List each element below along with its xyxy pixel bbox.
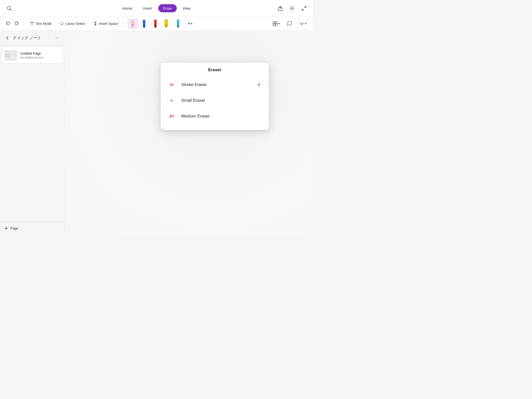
add-page-label: Page xyxy=(10,226,18,230)
medium-eraser-icon xyxy=(168,112,177,121)
share-button[interactable] xyxy=(276,4,284,12)
sidebar-title: クイック ノート xyxy=(13,35,41,41)
settings-button[interactable] xyxy=(288,4,296,12)
small-eraser-icon xyxy=(168,96,177,105)
svg-rect-31 xyxy=(275,21,277,23)
svg-line-1 xyxy=(10,9,12,11)
insert-space-label: Insert Space xyxy=(99,22,118,26)
undo-redo-group xyxy=(4,20,21,28)
tab-draw[interactable]: Draw xyxy=(158,4,177,12)
list-item[interactable]: pen (bl pen (on Untitled Page No additio… xyxy=(2,48,62,63)
small-eraser-option[interactable]: Small Eraser xyxy=(166,93,263,108)
page-subtitle: No additional text xyxy=(20,56,60,59)
pen-tools xyxy=(127,18,183,29)
toolbar-divider-1 xyxy=(24,20,24,27)
toolbar: Text Mode Lasso Select Insert Space xyxy=(0,17,313,31)
pen-red-tool[interactable] xyxy=(150,18,161,29)
sidebar-nav-left: クイック ノート xyxy=(4,34,41,41)
shapes-chevron-icon: ▾ xyxy=(278,22,280,25)
svg-rect-19 xyxy=(154,19,156,20)
sidebar-header: クイック ノート ··· xyxy=(0,31,64,46)
eraser-tool[interactable] xyxy=(127,18,138,29)
plus-icon: + xyxy=(187,21,190,26)
svg-rect-13 xyxy=(132,20,134,21)
plus-chevron-icon: ▾ xyxy=(191,22,192,25)
canvas-area[interactable]: Eraser Stroke Eraser ✓ xyxy=(65,31,313,234)
tab-home[interactable]: Home xyxy=(117,4,137,12)
search-button[interactable] xyxy=(5,4,14,13)
page-info: Untitled Page No additional text xyxy=(20,51,60,59)
svg-line-6 xyxy=(302,9,303,10)
insert-space-button[interactable]: Insert Space xyxy=(90,20,121,27)
nav-right xyxy=(276,4,308,12)
sidebar-back-button[interactable] xyxy=(4,34,11,41)
stroke-eraser-icon xyxy=(168,80,177,89)
eraser-popup: Eraser Stroke Eraser ✓ xyxy=(161,63,269,130)
lasso-select-button[interactable]: Lasso Select xyxy=(57,20,88,27)
page-thumbnail: pen (bl pen (on xyxy=(4,50,17,61)
svg-point-4 xyxy=(291,8,293,9)
page-name: Untitled Page xyxy=(20,51,60,55)
stroke-eraser-checkmark: ✓ xyxy=(257,82,261,88)
thumb-text-2: pen (on xyxy=(5,55,17,57)
thumb-text-1: pen (bl xyxy=(5,54,17,55)
svg-rect-27 xyxy=(177,19,179,20)
more-chevron-icon: ▾ xyxy=(305,22,306,25)
svg-rect-30 xyxy=(273,21,275,23)
canvas-background xyxy=(65,31,313,234)
svg-rect-33 xyxy=(275,24,277,26)
svg-rect-32 xyxy=(273,24,275,26)
sidebar: クイック ノート ··· pen (bl pen (on Untitled Pa… xyxy=(0,31,65,234)
highlighter-yellow-tool[interactable] xyxy=(161,18,172,29)
small-eraser-label: Small Eraser xyxy=(181,98,261,103)
main-layout: クイック ノート ··· pen (bl pen (on Untitled Pa… xyxy=(0,31,313,234)
text-mode-label: Text Mode xyxy=(36,22,52,26)
more-tools-button[interactable]: ▾ xyxy=(297,19,309,28)
comment-button[interactable] xyxy=(284,19,295,28)
svg-rect-23 xyxy=(165,19,167,20)
sidebar-more-button[interactable]: ··· xyxy=(53,34,60,41)
add-page-button[interactable]: Page xyxy=(4,226,18,231)
undo-button[interactable] xyxy=(4,20,12,28)
sidebar-footer[interactable]: Page xyxy=(0,222,64,234)
lasso-select-label: Lasso Select xyxy=(66,22,85,26)
stroke-eraser-option[interactable]: Stroke Eraser ✓ xyxy=(166,77,263,93)
svg-rect-15 xyxy=(143,19,145,20)
nav-left xyxy=(5,4,14,13)
toolbar-divider-2 xyxy=(124,20,124,27)
svg-point-8 xyxy=(61,24,62,25)
redo-button[interactable] xyxy=(13,20,21,28)
tab-insert[interactable]: Insert xyxy=(138,4,157,12)
eraser-popup-title: Eraser xyxy=(166,67,263,72)
page-list: pen (bl pen (on Untitled Page No additio… xyxy=(0,46,64,222)
expand-button[interactable] xyxy=(300,4,308,12)
medium-eraser-label: Medium Eraser xyxy=(181,114,261,119)
top-nav: Home Insert Draw View xyxy=(0,0,313,17)
tab-view[interactable]: View xyxy=(178,4,195,12)
medium-eraser-option[interactable]: Medium Eraser xyxy=(166,108,263,124)
shapes-button[interactable]: ▾ xyxy=(270,19,282,28)
add-pen-button[interactable]: + ▾ xyxy=(185,19,194,28)
text-mode-button[interactable]: Text Mode xyxy=(27,20,55,27)
nav-tabs: Home Insert Draw View xyxy=(117,4,196,12)
pen-teal-tool[interactable] xyxy=(173,18,183,29)
stroke-eraser-label: Stroke Eraser xyxy=(181,82,253,87)
svg-marker-12 xyxy=(131,25,134,28)
pen-blue-tool[interactable] xyxy=(139,18,150,29)
